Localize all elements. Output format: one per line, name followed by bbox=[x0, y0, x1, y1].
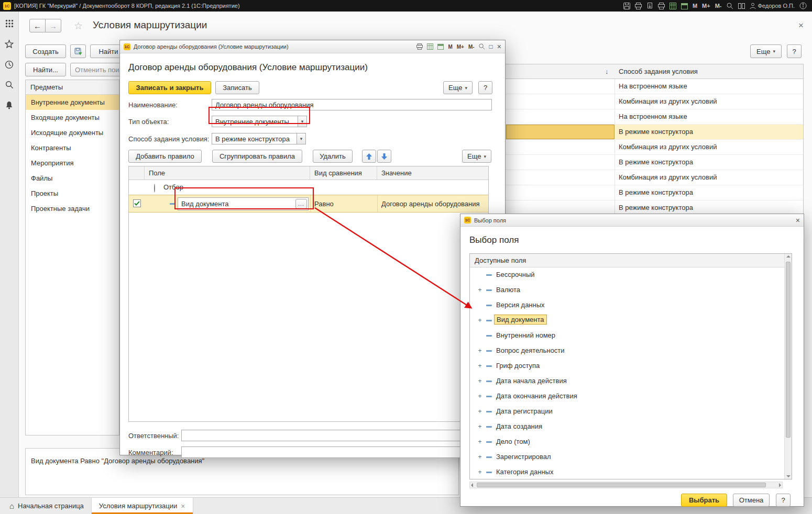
scroll-down-arrow[interactable] bbox=[786, 475, 791, 477]
field-item[interactable]: +Категория данных bbox=[470, 465, 783, 480]
memory-plus-button[interactable]: М+ bbox=[457, 44, 464, 50]
sidebar-item-events[interactable]: Мероприятия bbox=[26, 155, 119, 171]
sidebar-item-projects[interactable]: Проекты bbox=[26, 186, 119, 201]
field-item[interactable]: +Дата регистрации bbox=[470, 404, 783, 419]
tab-routing-conditions[interactable]: Условия маршрутизации × bbox=[91, 498, 193, 514]
sidebar-item-project-tasks[interactable]: Проектные задачи bbox=[26, 201, 119, 216]
expand-icon[interactable]: + bbox=[477, 317, 482, 324]
column-header-method[interactable]: Способ задания условия bbox=[619, 68, 698, 75]
calendar-icon[interactable] bbox=[681, 3, 688, 9]
expand-icon[interactable]: + bbox=[477, 423, 482, 430]
move-up-button[interactable] bbox=[362, 150, 376, 163]
sidebar-item-incoming-documents[interactable]: Входящие документы bbox=[26, 110, 119, 125]
name-input[interactable]: Договор аренды оборудования bbox=[212, 99, 492, 110]
memory-plus-button[interactable]: М+ bbox=[702, 3, 710, 9]
expand-icon[interactable]: + bbox=[477, 286, 482, 294]
rule-group-row[interactable]: Отбор bbox=[129, 180, 488, 195]
zoom-icon[interactable] bbox=[727, 3, 733, 9]
info-icon[interactable] bbox=[799, 2, 807, 9]
save-icon[interactable] bbox=[623, 3, 630, 9]
dialog-condition-titlebar[interactable]: 1С Договор аренды оборудования (Условие … bbox=[120, 40, 505, 53]
scroll-up-arrow[interactable] bbox=[786, 255, 791, 258]
move-down-button[interactable] bbox=[377, 150, 391, 163]
history-clock-icon[interactable] bbox=[3, 58, 16, 71]
field-item[interactable]: Бессрочный bbox=[470, 267, 783, 283]
print-icon[interactable] bbox=[635, 3, 642, 9]
comment-input[interactable] bbox=[181, 446, 462, 458]
expand-icon[interactable]: + bbox=[477, 377, 482, 385]
memory-m-button[interactable]: М bbox=[448, 44, 452, 50]
expand-icon[interactable]: + bbox=[477, 468, 482, 476]
chevron-down-icon[interactable]: ▾ bbox=[298, 116, 306, 127]
dialog-more-button[interactable]: Еще▾ bbox=[443, 81, 473, 94]
dialog-help-button[interactable]: ? bbox=[478, 81, 492, 94]
expand-icon[interactable]: + bbox=[477, 347, 482, 354]
favorite-star-icon[interactable]: ☆ bbox=[74, 20, 83, 32]
list-more-button[interactable]: Еще▾ bbox=[750, 44, 782, 58]
rule-field-input[interactable]: Вид документа ... bbox=[178, 197, 309, 210]
dialog-close-icon[interactable]: × bbox=[497, 43, 501, 50]
main-menu-icon[interactable] bbox=[3, 17, 16, 30]
user-button[interactable]: Федоров О.П. bbox=[750, 3, 795, 9]
find-dots-button[interactable]: Найти... bbox=[25, 63, 66, 76]
delete-rule-button[interactable]: Удалить bbox=[313, 150, 353, 163]
expand-icon[interactable]: + bbox=[477, 393, 482, 400]
column-header-value[interactable]: Значение bbox=[377, 166, 488, 180]
field-item[interactable]: +Дата окончания действия bbox=[470, 389, 783, 404]
collapse-icon[interactable] bbox=[154, 184, 155, 193]
field-item[interactable]: +Валюта bbox=[470, 283, 783, 298]
save-button[interactable]: Записать bbox=[215, 81, 259, 94]
expand-icon[interactable]: + bbox=[477, 438, 482, 445]
cancel-search-button[interactable]: Отменить поиск bbox=[70, 63, 127, 76]
expand-icon[interactable]: + bbox=[477, 362, 482, 370]
window-close-button[interactable]: × bbox=[798, 21, 804, 30]
panels-icon[interactable] bbox=[738, 3, 745, 9]
column-header-comparison[interactable]: Вид сравнения bbox=[310, 166, 377, 180]
spreadsheet-icon[interactable] bbox=[427, 43, 433, 50]
sidebar-item-internal-documents[interactable]: Внутренние документы bbox=[26, 95, 119, 110]
sidebar-item-files[interactable]: Файлы bbox=[26, 171, 119, 186]
rule-checkbox[interactable] bbox=[133, 199, 141, 207]
help-button[interactable]: ? bbox=[787, 44, 802, 58]
tab-home[interactable]: ⌂ Начальная страница bbox=[2, 498, 91, 514]
rule-field-select-button[interactable]: ... bbox=[295, 199, 307, 209]
field-item[interactable]: +Дата начала действия bbox=[470, 374, 783, 389]
dialog-help-button[interactable]: ? bbox=[776, 494, 791, 507]
field-item[interactable]: +Дата создания bbox=[470, 419, 783, 434]
maximize-icon[interactable]: □ bbox=[489, 43, 493, 50]
sidebar-item-outgoing-documents[interactable]: Исходящие документы bbox=[26, 125, 119, 140]
field-item[interactable]: +Зарегистрировал bbox=[470, 450, 783, 465]
create-button[interactable]: Создать bbox=[25, 44, 66, 58]
scroll-left-arrow[interactable] bbox=[471, 483, 473, 487]
search-icon[interactable] bbox=[3, 78, 16, 92]
notifications-bell-icon[interactable] bbox=[3, 98, 16, 112]
vertical-scrollbar[interactable] bbox=[784, 254, 792, 479]
rule-row-selected[interactable]: Вид документа ... Равно Договор аренды о… bbox=[129, 195, 488, 213]
sidebar-item-counterparties[interactable]: Контрагенты bbox=[26, 140, 119, 155]
print-settings-icon[interactable] bbox=[658, 3, 665, 9]
chevron-down-icon[interactable]: ▾ bbox=[297, 133, 305, 144]
horizontal-scrollbar[interactable] bbox=[469, 482, 783, 488]
select-button[interactable]: Выбрать bbox=[681, 494, 727, 507]
print-icon[interactable] bbox=[416, 43, 423, 50]
object-type-combo[interactable]: Внутренние документы ▾ bbox=[212, 116, 307, 127]
field-item[interactable]: Внутренний номер bbox=[470, 328, 783, 343]
memory-m-button[interactable]: М bbox=[693, 3, 697, 9]
cancel-button[interactable]: Отмена bbox=[733, 494, 770, 507]
field-item[interactable]: +Дело (том) bbox=[470, 434, 783, 450]
group-rules-button[interactable]: Сгруппировать правила bbox=[212, 150, 302, 163]
back-button[interactable]: ← bbox=[29, 19, 46, 32]
memory-minus-button[interactable]: М- bbox=[468, 44, 475, 50]
field-item[interactable]: +Вопрос деятельности bbox=[470, 343, 783, 359]
field-item-selected[interactable]: +Вид документа bbox=[470, 313, 783, 328]
rules-more-button[interactable]: Еще▾ bbox=[462, 150, 491, 163]
add-rule-button[interactable]: Добавить правило bbox=[128, 150, 202, 163]
field-item[interactable]: Версия данных bbox=[470, 298, 783, 313]
memory-minus-button[interactable]: М- bbox=[715, 3, 722, 9]
field-item[interactable]: +Гриф доступа bbox=[470, 359, 783, 374]
responsible-input[interactable] bbox=[181, 430, 462, 441]
scroll-right-arrow[interactable] bbox=[779, 483, 781, 487]
method-combo[interactable]: В режиме конструктора ▾ bbox=[212, 133, 306, 144]
expand-icon[interactable]: + bbox=[477, 453, 482, 461]
spreadsheet-icon[interactable] bbox=[670, 3, 676, 9]
